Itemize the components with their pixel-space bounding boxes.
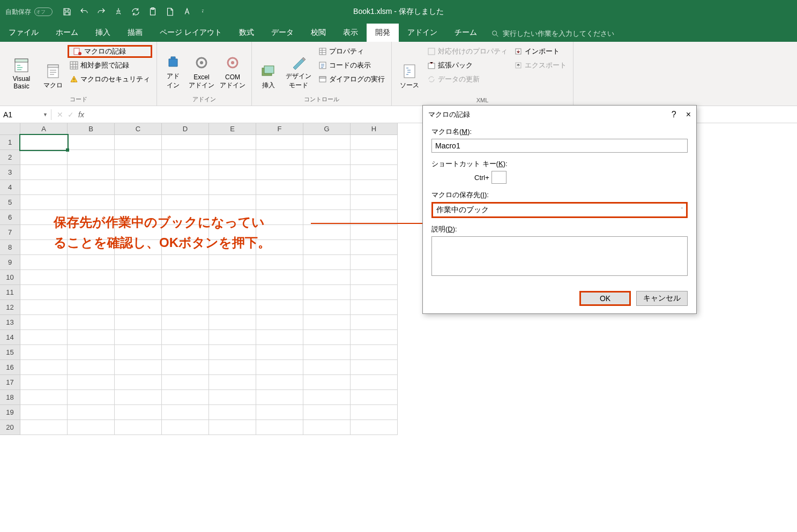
cell[interactable] <box>68 165 115 180</box>
cell[interactable] <box>162 390 209 405</box>
cell[interactable] <box>351 255 398 270</box>
cell[interactable] <box>209 315 256 330</box>
expansion-pack-button[interactable]: 拡張パック <box>425 59 510 72</box>
record-macro-button[interactable]: マクロの記録 <box>68 45 152 58</box>
cell[interactable] <box>115 150 162 165</box>
cell[interactable] <box>303 345 351 360</box>
save-location-select[interactable]: 作業中のブック ˇ <box>431 202 688 218</box>
cell[interactable] <box>351 180 398 195</box>
row-header[interactable]: 8 <box>0 240 20 255</box>
cell[interactable] <box>351 360 398 375</box>
cell[interactable] <box>20 420 68 435</box>
column-header[interactable]: G <box>303 123 351 135</box>
close-button[interactable]: × <box>686 110 691 119</box>
column-header[interactable]: B <box>68 123 115 135</box>
cell[interactable] <box>20 405 68 420</box>
cell[interactable] <box>20 285 68 300</box>
macros-button[interactable]: マクロ <box>41 44 65 90</box>
cell[interactable] <box>115 360 162 375</box>
cell[interactable] <box>303 270 351 285</box>
clipboard-icon[interactable] <box>147 6 159 18</box>
cell[interactable] <box>162 405 209 420</box>
cell[interactable] <box>303 165 351 180</box>
tab-review[interactable]: 校閲 <box>302 24 334 42</box>
cell[interactable] <box>351 375 398 390</box>
cell[interactable] <box>351 225 398 240</box>
cell[interactable] <box>351 240 398 255</box>
cell[interactable] <box>209 195 256 210</box>
tab-home[interactable]: ホーム <box>47 24 87 42</box>
row-header[interactable]: 7 <box>0 225 20 240</box>
help-button[interactable]: ? <box>672 110 676 119</box>
column-header[interactable]: D <box>162 123 209 135</box>
cell[interactable] <box>209 180 256 195</box>
tab-data[interactable]: データ <box>263 24 302 42</box>
cell[interactable] <box>209 285 256 300</box>
cell[interactable] <box>115 375 162 390</box>
cell[interactable] <box>351 270 398 285</box>
use-relative-references-button[interactable]: 相対参照で記録 <box>68 59 152 72</box>
column-header[interactable]: A <box>20 123 68 135</box>
cell[interactable] <box>162 180 209 195</box>
row-header[interactable]: 20 <box>0 420 20 435</box>
tab-view[interactable]: 表示 <box>334 24 367 42</box>
cell[interactable] <box>209 165 256 180</box>
row-header[interactable]: 13 <box>0 315 20 330</box>
cell[interactable] <box>68 420 115 435</box>
cancel-button[interactable]: キャンセル <box>636 291 688 306</box>
cell[interactable] <box>115 195 162 210</box>
cell[interactable] <box>256 405 303 420</box>
cell[interactable] <box>209 420 256 435</box>
cell[interactable] <box>162 345 209 360</box>
cell[interactable] <box>351 135 398 150</box>
cell[interactable] <box>256 300 303 315</box>
cell[interactable] <box>162 195 209 210</box>
cell[interactable] <box>209 390 256 405</box>
cell[interactable] <box>256 315 303 330</box>
cell[interactable] <box>351 195 398 210</box>
row-header[interactable]: 1 <box>0 135 20 150</box>
cell[interactable] <box>209 405 256 420</box>
cell[interactable] <box>303 150 351 165</box>
cell[interactable] <box>162 300 209 315</box>
row-header[interactable]: 11 <box>0 285 20 300</box>
row-header[interactable]: 19 <box>0 405 20 420</box>
tab-developer[interactable]: 開発 <box>367 24 399 42</box>
tab-addins[interactable]: アドイン <box>399 24 446 42</box>
row-header[interactable]: 18 <box>0 390 20 405</box>
cell[interactable] <box>209 255 256 270</box>
cell[interactable] <box>115 390 162 405</box>
cell[interactable] <box>20 255 68 270</box>
cell[interactable] <box>303 285 351 300</box>
cell[interactable] <box>115 270 162 285</box>
cell[interactable] <box>351 405 398 420</box>
cell[interactable] <box>256 285 303 300</box>
cell[interactable] <box>162 165 209 180</box>
cell[interactable] <box>209 300 256 315</box>
cell[interactable] <box>68 300 115 315</box>
row-header[interactable]: 3 <box>0 165 20 180</box>
cell[interactable] <box>256 360 303 375</box>
cell[interactable] <box>115 135 162 150</box>
cell[interactable] <box>162 135 209 150</box>
cell[interactable] <box>68 270 115 285</box>
font-icon[interactable] <box>181 6 193 18</box>
cell[interactable] <box>351 345 398 360</box>
cell[interactable] <box>115 255 162 270</box>
cell[interactable] <box>351 420 398 435</box>
tell-me-search[interactable]: 実行したい作業を入力してください <box>486 29 620 42</box>
cell[interactable] <box>209 270 256 285</box>
cell[interactable] <box>303 405 351 420</box>
row-header[interactable]: 14 <box>0 330 20 345</box>
cell[interactable] <box>115 315 162 330</box>
tab-formulas[interactable]: 数式 <box>230 24 263 42</box>
cell[interactable] <box>115 330 162 345</box>
refresh-icon[interactable] <box>130 6 141 18</box>
row-header[interactable]: 15 <box>0 345 20 360</box>
cell[interactable] <box>303 315 351 330</box>
cell[interactable] <box>162 285 209 300</box>
cell[interactable] <box>115 405 162 420</box>
cell[interactable] <box>303 225 351 240</box>
cell[interactable] <box>209 345 256 360</box>
cell[interactable] <box>351 300 398 315</box>
